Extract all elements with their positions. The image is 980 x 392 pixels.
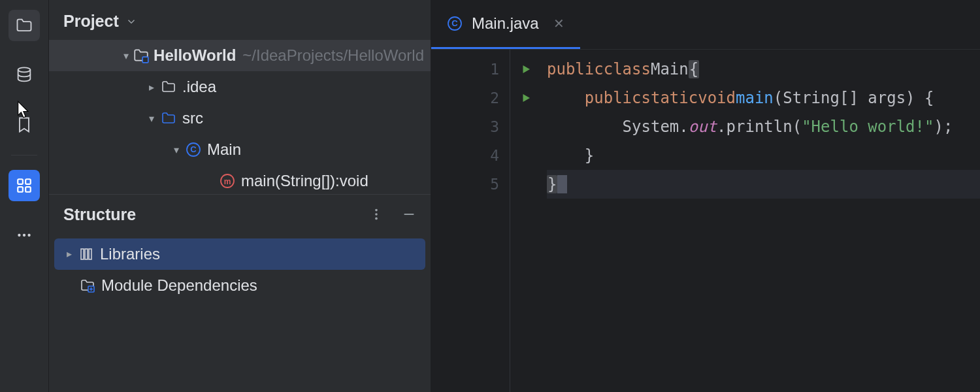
project-tree: ▾ HelloWorld ~/IdeaProjects/HelloWorld ▸… xyxy=(49,40,431,194)
tree-row-main-class[interactable]: ▾ C Main xyxy=(49,134,431,165)
svg-point-7 xyxy=(27,234,30,237)
database-tool-button[interactable] xyxy=(8,59,40,91)
structure-tree: ▸ Libraries Module Dependencies xyxy=(49,231,431,393)
tree-row-idea[interactable]: ▸ .idea xyxy=(49,71,431,103)
tree-row-main-method[interactable]: m main(String[]):void xyxy=(49,165,431,194)
database-icon xyxy=(15,66,33,84)
code-line: public static void main(String[] args) { xyxy=(547,84,980,112)
svg-rect-8 xyxy=(142,57,148,63)
structure-item-label: Module Dependencies xyxy=(101,276,257,295)
gutter-line[interactable]: 4 xyxy=(431,141,510,170)
structure-panel-title: Structure xyxy=(63,205,136,224)
project-tool-button[interactable] xyxy=(8,10,40,41)
toolbar-separator xyxy=(11,155,37,155)
svg-rect-1 xyxy=(18,179,23,184)
code-line: } xyxy=(547,141,980,170)
minimize-icon[interactable] xyxy=(402,207,416,221)
chevron-down-icon: ▾ xyxy=(144,112,159,125)
svg-point-5 xyxy=(18,234,20,237)
run-gutter-icon[interactable] xyxy=(520,63,532,75)
more-icon xyxy=(16,227,33,244)
structure-item-label: Libraries xyxy=(100,245,160,263)
chevron-right-icon: ▸ xyxy=(62,248,76,260)
gutter-line[interactable]: 1 xyxy=(431,55,510,84)
chevron-down-icon: ▾ xyxy=(120,50,133,62)
code-area[interactable]: 1 2 3 4 5 public class Main { public sta… xyxy=(431,50,980,392)
svg-rect-4 xyxy=(25,187,31,192)
editor-tab-label: Main.java xyxy=(472,14,539,33)
gutter-line[interactable]: 5 xyxy=(431,170,510,199)
more-tool-button[interactable] xyxy=(8,220,40,251)
source-folder-icon xyxy=(159,110,178,126)
chevron-down-icon xyxy=(125,16,137,27)
svg-text:C: C xyxy=(190,144,197,154)
svg-point-13 xyxy=(375,209,378,212)
svg-text:C: C xyxy=(451,18,458,28)
svg-text:m: m xyxy=(224,177,231,186)
side-panel: Project ▾ HelloWorld ~/IdeaProjects/Hell… xyxy=(49,0,431,392)
class-icon: C xyxy=(184,142,203,157)
tree-item-label: .idea xyxy=(182,78,216,96)
module-icon xyxy=(78,278,97,293)
kebab-menu-icon[interactable] xyxy=(369,207,384,221)
structure-row-module-deps[interactable]: Module Dependencies xyxy=(49,270,431,301)
project-root-row[interactable]: ▾ HelloWorld ~/IdeaProjects/HelloWorld xyxy=(49,40,431,71)
folder-icon xyxy=(159,79,178,95)
code-line: System.out.println("Hello world!"); xyxy=(547,112,980,141)
editor-area: C Main.java ✕ 1 2 3 4 5 public class Mai… xyxy=(431,0,980,392)
project-root-label: HelloWorld xyxy=(154,46,236,65)
svg-point-15 xyxy=(375,218,378,220)
svg-point-0 xyxy=(18,67,31,72)
svg-point-14 xyxy=(375,213,378,216)
grid-icon xyxy=(16,177,33,194)
editor-tabbar: C Main.java ✕ xyxy=(431,0,980,50)
folder-icon xyxy=(15,16,33,35)
code-line: public class Main { xyxy=(547,55,980,84)
svg-rect-2 xyxy=(25,179,31,184)
close-tab-icon[interactable]: ✕ xyxy=(553,16,564,31)
svg-rect-17 xyxy=(81,249,84,259)
chevron-down-icon: ▾ xyxy=(169,144,184,156)
code-content[interactable]: public class Main { public static void m… xyxy=(510,50,980,392)
project-folder-icon xyxy=(133,47,150,64)
project-panel-header[interactable]: Project xyxy=(49,0,431,40)
svg-rect-18 xyxy=(85,249,88,259)
tree-item-label: Main xyxy=(207,140,241,159)
class-icon: C xyxy=(447,16,463,31)
library-icon xyxy=(76,246,96,262)
tree-row-src[interactable]: ▾ src xyxy=(49,103,431,134)
gutter: 1 2 3 4 5 xyxy=(431,50,510,392)
project-root-path: ~/IdeaProjects/HelloWorld xyxy=(242,46,424,65)
chevron-right-icon: ▸ xyxy=(144,81,159,93)
structure-tool-button[interactable] xyxy=(8,170,40,201)
svg-point-6 xyxy=(23,234,25,237)
gutter-line[interactable]: 2 xyxy=(431,84,510,112)
code-line-current: } xyxy=(547,170,980,199)
gutter-line[interactable]: 3 xyxy=(431,112,510,141)
tree-item-label: main(String[]):void xyxy=(241,172,368,190)
structure-panel-header: Structure xyxy=(49,194,431,231)
project-panel-title: Project xyxy=(63,12,119,31)
run-gutter-icon[interactable] xyxy=(520,92,532,104)
cursor-icon xyxy=(15,100,33,118)
left-toolbar xyxy=(0,0,49,392)
svg-rect-19 xyxy=(89,249,91,259)
tree-item-label: src xyxy=(182,109,203,127)
method-icon: m xyxy=(218,173,237,189)
bookmarks-tool-button[interactable] xyxy=(8,109,40,140)
svg-rect-3 xyxy=(18,187,23,192)
bookmark-icon xyxy=(15,116,33,134)
editor-tab-main[interactable]: C Main.java ✕ xyxy=(431,0,580,49)
structure-row-libraries[interactable]: ▸ Libraries xyxy=(54,238,425,270)
